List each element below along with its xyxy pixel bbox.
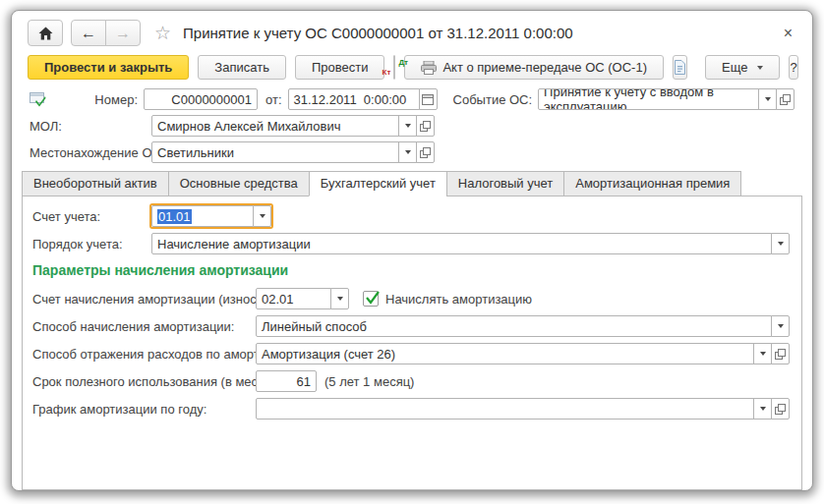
command-bar: Провести и закрыть Записать Провести Дт … — [12, 50, 812, 88]
order-value[interactable]: Начисление амортизации — [151, 233, 772, 254]
date-label: от: — [265, 92, 282, 107]
checkmark-icon — [365, 290, 381, 306]
order-combo: Начисление амортизации — [151, 233, 790, 254]
printer-icon — [421, 61, 437, 75]
location-open-button[interactable] — [416, 141, 435, 163]
schedule-open-button[interactable] — [771, 398, 790, 420]
useful-life-input[interactable]: 61 — [256, 370, 317, 392]
location-label: Местонахождение ОС: — [29, 145, 151, 160]
account-dropdown-button[interactable] — [253, 205, 271, 227]
location-dropdown-button[interactable] — [398, 141, 417, 163]
expense-label: Способ отражения расходов по амортизации… — [32, 347, 256, 362]
depr-account-value[interactable]: 02.01 — [256, 288, 331, 309]
number-date-row: Номер: С0000000001 от: 31.12.2011 0:00:0… — [12, 88, 812, 110]
useful-life-label: Срок полезного использования (в месяцах)… — [32, 374, 256, 389]
date-input-group: 31.12.2011 0:00:00 — [288, 88, 438, 110]
tab-panel-accounting: Счет учета: 01.01 Порядок учета: Начисле… — [22, 196, 802, 490]
open-icon — [420, 121, 431, 132]
expense-open-button[interactable] — [771, 343, 790, 364]
chevron-down-icon — [760, 407, 766, 411]
print-act-button[interactable]: Акт о приеме-передаче ОС (ОС-1) — [404, 55, 664, 80]
more-button[interactable]: Еще — [705, 55, 780, 80]
event-value[interactable]: Принятие к учету с вводом в эксплуатацию — [538, 88, 759, 110]
titlebar: ← → ☆ Принятие к учету ОС С0000000001 от… — [12, 11, 812, 50]
debit-label: Дт — [398, 58, 408, 67]
number-input[interactable]: С0000000001 — [144, 88, 258, 110]
event-dropdown-button[interactable] — [758, 88, 777, 110]
number-label: Номер: — [61, 92, 138, 107]
close-icon[interactable]: × — [780, 24, 796, 43]
order-dropdown-button[interactable] — [771, 233, 790, 254]
open-icon — [775, 349, 786, 360]
event-open-button[interactable] — [776, 88, 795, 110]
account-row: Счет учета: 01.01 — [32, 205, 790, 227]
attached-files-button[interactable] — [673, 55, 687, 80]
account-combo: 01.01 — [151, 205, 271, 227]
chevron-down-icon — [337, 297, 343, 301]
back-button[interactable]: ← — [71, 20, 106, 46]
schedule-value[interactable] — [256, 398, 754, 420]
event-label: Событие ОС: — [453, 92, 533, 107]
schedule-row: График амортизации по году: — [32, 398, 790, 420]
chevron-down-icon — [765, 97, 771, 101]
method-dropdown-button[interactable] — [771, 315, 790, 337]
schedule-label: График амортизации по году: — [32, 402, 256, 417]
open-icon — [775, 404, 786, 415]
mol-dropdown-button[interactable] — [398, 115, 417, 137]
tab-amortizacionnaya-premiya[interactable]: Амортизационная премия — [563, 171, 741, 196]
location-value[interactable]: Светильники — [151, 141, 399, 163]
help-button[interactable]: ? — [789, 55, 797, 80]
location-combo: Светильники — [151, 141, 435, 163]
chevron-down-icon — [778, 242, 784, 246]
useful-life-hint: (5 лет 1 месяц) — [324, 374, 414, 389]
credit-label: Кт — [383, 68, 391, 77]
date-input[interactable]: 31.12.2011 0:00:00 — [288, 88, 420, 110]
expense-row: Способ отражения расходов по амортизации… — [32, 343, 790, 364]
mol-combo: Смирнов Алексей Михайлович — [151, 115, 435, 137]
chevron-down-icon — [405, 124, 411, 128]
method-label: Способ начисления амортизации: — [32, 319, 256, 334]
mol-value[interactable]: Смирнов Алексей Михайлович — [151, 115, 399, 137]
post-and-close-button[interactable]: Провести и закрыть — [28, 55, 189, 80]
depr-account-dropdown-button[interactable] — [330, 288, 349, 309]
favorite-star-icon[interactable]: ☆ — [154, 22, 171, 44]
depr-account-row: Счет начисления амортизации (износа): 02… — [32, 288, 790, 309]
mol-label: МОЛ: — [29, 119, 151, 134]
selected-text: 01.01 — [157, 209, 192, 224]
document-posted-icon — [29, 92, 49, 107]
open-icon — [780, 94, 791, 105]
home-icon — [38, 27, 53, 40]
method-value[interactable]: Линейный способ — [256, 315, 772, 337]
event-combo: Принятие к учету с вводом в эксплуатацию — [538, 88, 795, 110]
schedule-dropdown-button[interactable] — [753, 398, 772, 420]
depr-account-combo: 02.01 — [256, 288, 349, 309]
depr-account-label: Счет начисления амортизации (износа): — [32, 292, 256, 307]
document-icon — [674, 60, 686, 75]
tab-vneoborotny-aktiv[interactable]: Внеоборотный актив — [22, 171, 169, 196]
expense-value[interactable]: Амортизация (счет 26) — [256, 343, 754, 364]
calendar-button[interactable] — [419, 88, 438, 110]
mol-row: МОЛ: Смирнов Алексей Михайлович — [12, 115, 812, 137]
tab-osnovnye-sredstva[interactable]: Основные средства — [168, 171, 310, 196]
mol-open-button[interactable] — [416, 115, 435, 137]
chevron-down-icon — [757, 66, 763, 70]
home-button[interactable] — [28, 20, 63, 46]
order-label: Порядок учета: — [32, 237, 151, 252]
back-icon: ← — [81, 26, 96, 41]
accrue-depreciation-checkbox[interactable] — [363, 291, 379, 307]
chevron-down-icon — [405, 150, 411, 154]
post-button[interactable]: Провести — [295, 55, 385, 80]
account-input[interactable]: 01.01 — [151, 205, 254, 227]
forward-button[interactable]: → — [105, 20, 141, 46]
expense-dropdown-button[interactable] — [753, 343, 772, 364]
location-row: Местонахождение ОС: Светильники — [12, 141, 812, 163]
method-row: Способ начисления амортизации: Линейный … — [32, 315, 790, 337]
tab-bar: Внеоборотный актив Основные средства Бух… — [12, 171, 812, 196]
chevron-down-icon — [778, 324, 784, 328]
save-button[interactable]: Записать — [198, 55, 286, 80]
order-row: Порядок учета: Начисление амортизации — [32, 233, 790, 254]
dt-kt-button[interactable]: Дт Кт — [393, 55, 395, 80]
tab-nalogovy-uchet[interactable]: Налоговый учет — [446, 171, 564, 196]
expense-combo: Амортизация (счет 26) — [256, 343, 790, 364]
tab-buhgaltersky-uchet[interactable]: Бухгалтерский учет — [309, 171, 447, 196]
